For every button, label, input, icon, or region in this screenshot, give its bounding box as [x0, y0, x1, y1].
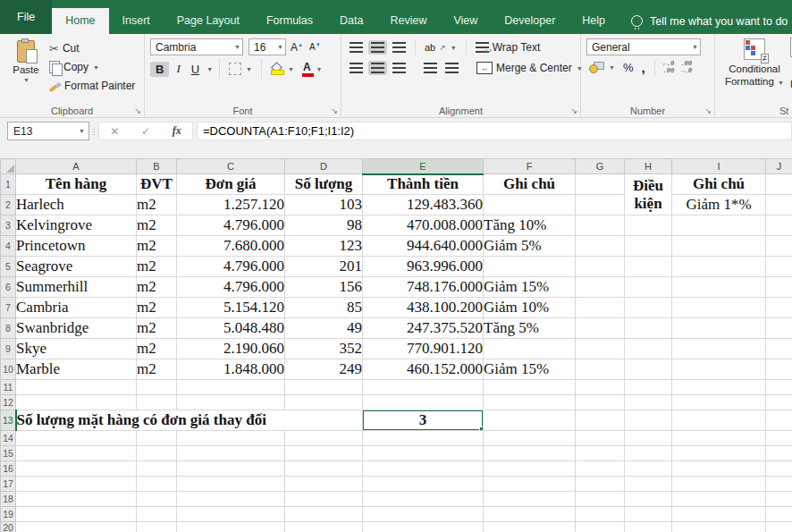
cell-i7[interactable]: [672, 298, 766, 318]
cell[interactable]: [576, 477, 625, 492]
cell-e2[interactable]: 129.483.360: [363, 195, 484, 215]
cell[interactable]: [576, 492, 625, 507]
cell[interactable]: [285, 395, 363, 410]
cell[interactable]: [672, 446, 766, 461]
fill-color-button[interactable]: ▼: [268, 62, 297, 77]
cell[interactable]: [137, 431, 177, 446]
cell-e8[interactable]: 247.375.520: [363, 318, 484, 339]
cell[interactable]: [285, 431, 363, 446]
col-header-b[interactable]: B: [137, 159, 177, 174]
cell[interactable]: [672, 507, 766, 522]
cell[interactable]: [672, 461, 766, 477]
cell-e4[interactable]: 944.640.000: [363, 236, 484, 257]
cell-h4[interactable]: [625, 236, 672, 257]
cell[interactable]: [363, 395, 484, 410]
cell-g1[interactable]: [576, 174, 625, 195]
cell-b1[interactable]: ĐVT: [137, 174, 177, 195]
cell[interactable]: [177, 522, 285, 532]
cell[interactable]: [285, 380, 363, 395]
tab-help[interactable]: Help: [569, 8, 619, 34]
cell-h8[interactable]: [625, 318, 672, 339]
cell[interactable]: [16, 492, 137, 507]
cell-d6[interactable]: 156: [285, 277, 363, 298]
tab-developer[interactable]: Developer: [491, 8, 569, 34]
row-header-10[interactable]: 10: [1, 359, 16, 380]
align-right-button[interactable]: [390, 61, 409, 75]
underline-dropdown-arrow[interactable]: ▼: [206, 66, 213, 72]
cell[interactable]: [766, 431, 792, 446]
format-painter-button[interactable]: Format Painter: [46, 78, 138, 94]
row-header-4[interactable]: 4: [1, 236, 16, 257]
cell-b8[interactable]: m2: [137, 318, 177, 339]
cell[interactable]: [363, 446, 484, 461]
col-header-d[interactable]: D: [285, 159, 363, 174]
cell-h1-merged[interactable]: Điều kiện: [625, 174, 672, 215]
col-header-c[interactable]: C: [177, 159, 285, 174]
cell-j1[interactable]: [766, 174, 792, 195]
col-header-f[interactable]: F: [484, 159, 576, 174]
cell[interactable]: [766, 507, 792, 522]
cell[interactable]: [766, 380, 792, 395]
cell-h3[interactable]: [625, 215, 672, 236]
select-all-button[interactable]: [1, 159, 16, 174]
cell-h10[interactable]: [625, 359, 672, 380]
row-header-14[interactable]: 14: [1, 431, 16, 446]
tab-view[interactable]: View: [440, 8, 491, 34]
cell-g8[interactable]: [576, 318, 625, 339]
cell-a2[interactable]: Harlech: [16, 195, 137, 215]
cell-h5[interactable]: [625, 257, 672, 277]
cell[interactable]: [484, 507, 576, 522]
cell[interactable]: [625, 431, 672, 446]
row-header-6[interactable]: 6: [1, 277, 16, 298]
cell-a9[interactable]: Skye: [16, 339, 137, 359]
borders-button[interactable]: ▼: [226, 61, 255, 77]
cell[interactable]: [672, 477, 766, 492]
cell[interactable]: [285, 477, 363, 492]
cell-j8[interactable]: [766, 318, 792, 339]
cell[interactable]: [363, 492, 484, 507]
cell[interactable]: [576, 395, 625, 410]
cell-i5[interactable]: [672, 257, 766, 277]
row-header-13-selected[interactable]: 13: [1, 410, 16, 431]
cell[interactable]: [625, 492, 672, 507]
cell-g5[interactable]: [576, 257, 625, 277]
cell[interactable]: [484, 380, 576, 395]
cell-f2[interactable]: [484, 195, 576, 215]
cell-i13[interactable]: [672, 410, 766, 431]
cell[interactable]: [16, 477, 137, 492]
row-header-16[interactable]: 16: [1, 461, 16, 477]
cell[interactable]: [137, 477, 177, 492]
cell[interactable]: [16, 395, 137, 410]
grow-font-button[interactable]: A▲: [289, 41, 305, 54]
cell-i2[interactable]: Giảm 1*%: [672, 195, 766, 215]
cell-f7[interactable]: Giảm 10%: [484, 298, 576, 318]
row-header-19[interactable]: 19: [1, 507, 16, 522]
cell[interactable]: [177, 477, 285, 492]
row-header-11[interactable]: 11: [1, 380, 16, 395]
cell-j3[interactable]: [766, 215, 792, 236]
cell-b10[interactable]: m2: [137, 359, 177, 380]
tell-me-box[interactable]: Tell me what you want to do: [631, 8, 788, 34]
cell[interactable]: [137, 492, 177, 507]
cell-a7[interactable]: Cambria: [16, 298, 137, 318]
align-center-button[interactable]: [368, 61, 387, 75]
cell-d8[interactable]: 49: [285, 318, 363, 339]
percent-style-button[interactable]: %: [620, 61, 636, 74]
cell[interactable]: [363, 461, 484, 477]
number-format-combo[interactable]: General ▼: [586, 38, 701, 55]
cell-e5[interactable]: 963.996.000: [363, 257, 484, 277]
cell[interactable]: [576, 522, 625, 532]
cell-d10[interactable]: 249: [285, 359, 363, 380]
cell-b7[interactable]: m2: [137, 298, 177, 318]
cell[interactable]: [484, 477, 576, 492]
paste-button[interactable]: Paste ▼: [5, 38, 46, 103]
cell-j9[interactable]: [766, 339, 792, 359]
cell-b4[interactable]: m2: [137, 236, 177, 257]
cell-f4[interactable]: Giảm 5%: [484, 236, 576, 257]
cell-b9[interactable]: m2: [137, 339, 177, 359]
cut-button[interactable]: ✂ Cut: [46, 40, 138, 56]
cancel-button[interactable]: ✕: [110, 125, 119, 138]
cell[interactable]: [137, 522, 177, 532]
cell[interactable]: [625, 380, 672, 395]
cell-i10[interactable]: [672, 359, 766, 380]
